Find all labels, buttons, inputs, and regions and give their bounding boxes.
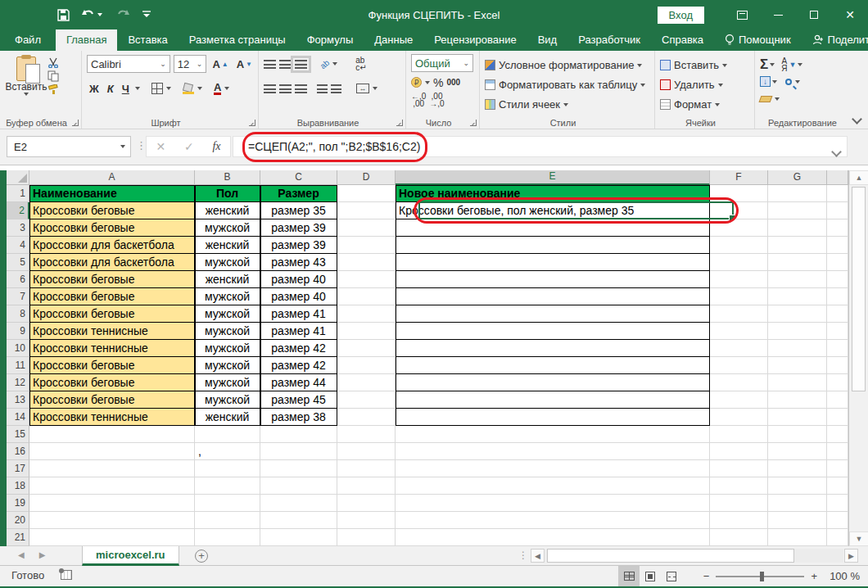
- scroll-left-icon[interactable]: ◀: [531, 549, 545, 563]
- cell-E5[interactable]: [396, 254, 710, 271]
- cell-B15[interactable]: [195, 426, 260, 443]
- cell-G9[interactable]: [768, 323, 827, 340]
- sign-in-button[interactable]: Вход: [658, 7, 704, 24]
- cell-F10[interactable]: [710, 340, 768, 357]
- cell-B6[interactable]: женский: [195, 271, 260, 288]
- cell-G10[interactable]: [768, 340, 827, 357]
- increase-indent-icon[interactable]: [331, 84, 341, 93]
- font-color-dropdown-icon[interactable]: [224, 87, 229, 90]
- cell-B3[interactable]: мужской: [195, 219, 260, 237]
- page-layout-view-button[interactable]: [640, 566, 661, 586]
- cell-B21[interactable]: [195, 529, 260, 546]
- conditional-formatting-button[interactable]: Условное форматирование: [499, 59, 634, 71]
- decrease-indent-icon[interactable]: [317, 84, 328, 93]
- cell-G11[interactable]: [768, 357, 827, 374]
- paste-button[interactable]: Вставить: [5, 54, 47, 96]
- cell-A9[interactable]: Кроссовки теннисные: [29, 323, 195, 340]
- formula-input[interactable]: =СЦЕП(A2;", пол ";B2;$B$16;C2): [233, 136, 848, 157]
- undo-dropdown-icon[interactable]: [97, 13, 102, 16]
- cell-E17[interactable]: [396, 460, 710, 477]
- cell-G12[interactable]: [768, 374, 827, 391]
- cell-A2[interactable]: Кроссовки беговые: [29, 202, 195, 219]
- cell-F19[interactable]: [710, 495, 768, 512]
- underline-button[interactable]: Ч: [120, 82, 132, 96]
- orientation-dropdown-icon[interactable]: [332, 62, 337, 66]
- name-box-dropdown-icon[interactable]: [120, 145, 125, 148]
- cell-H6[interactable]: [827, 271, 848, 288]
- cell-C20[interactable]: [260, 512, 337, 529]
- cell-C17[interactable]: [260, 460, 337, 477]
- cell-E13[interactable]: [396, 391, 710, 409]
- row-header-5[interactable]: 5: [7, 254, 29, 271]
- cell-A21[interactable]: [29, 529, 195, 546]
- cell-C11[interactable]: размер 42: [260, 357, 337, 374]
- cell-G8[interactable]: [768, 305, 827, 323]
- vertical-scroll-thumb[interactable]: [852, 187, 866, 391]
- cell-B14[interactable]: женский: [195, 409, 260, 426]
- cell-C9[interactable]: размер 41: [260, 323, 337, 340]
- cell-A20[interactable]: [29, 512, 195, 529]
- cell-F2[interactable]: [710, 202, 768, 219]
- increase-decimal-icon[interactable]: ←,0,00: [411, 93, 426, 107]
- cell-B2[interactable]: женский: [195, 202, 260, 219]
- cell-C12[interactable]: размер 44: [260, 374, 337, 391]
- cell-H20[interactable]: [827, 512, 848, 529]
- maximize-button[interactable]: [796, 0, 832, 29]
- cancel-entry-icon[interactable]: ✕: [156, 140, 165, 153]
- cell-D7[interactable]: [337, 288, 396, 305]
- cell-F13[interactable]: [710, 391, 768, 409]
- accounting-format-icon[interactable]: ₽: [411, 77, 422, 88]
- cell-A14[interactable]: Кроссовки теннисные: [29, 409, 195, 426]
- align-left-icon[interactable]: [264, 84, 276, 93]
- cell-C13[interactable]: размер 45: [260, 391, 337, 409]
- cell-F8[interactable]: [710, 305, 768, 323]
- sheet-nav-left-icon[interactable]: ◀: [18, 550, 25, 559]
- find-select-button[interactable]: [785, 79, 800, 85]
- cell-A5[interactable]: Кроссовки для баскетбола: [29, 254, 195, 271]
- cell-B16[interactable]: ,: [195, 443, 260, 460]
- decrease-decimal-icon[interactable]: ,00→,0: [429, 93, 444, 107]
- cell-B13[interactable]: мужской: [195, 391, 260, 409]
- cell-H15[interactable]: [827, 426, 848, 443]
- align-top-icon[interactable]: [264, 60, 276, 69]
- cell-H9[interactable]: [827, 323, 848, 340]
- cell-C16[interactable]: [260, 443, 337, 460]
- tab-вид[interactable]: Вид: [527, 29, 568, 51]
- row-header-18[interactable]: 18: [7, 477, 29, 495]
- cell-G2[interactable]: [768, 202, 827, 219]
- cell-C14[interactable]: размер 38: [260, 409, 337, 426]
- borders-dropdown-icon[interactable]: [166, 87, 171, 90]
- cell-E18[interactable]: [396, 477, 710, 495]
- cell-C8[interactable]: размер 41: [260, 305, 337, 323]
- cell-B17[interactable]: [195, 460, 260, 477]
- number-format-combo[interactable]: Общий⌄: [411, 54, 473, 72]
- merge-center-icon[interactable]: ↔: [356, 84, 369, 93]
- cell-F14[interactable]: [710, 409, 768, 426]
- comma-style-icon[interactable]: 000: [446, 78, 460, 87]
- column-header-F[interactable]: F: [710, 170, 768, 185]
- cell-E15[interactable]: [396, 426, 710, 443]
- cell-A8[interactable]: Кроссовки беговые: [29, 305, 195, 323]
- cell-E19[interactable]: [396, 495, 710, 512]
- cell-H2[interactable]: [827, 202, 848, 219]
- horizontal-scrollbar[interactable]: [545, 549, 843, 563]
- row-header-6[interactable]: 6: [7, 271, 29, 288]
- scroll-down-icon[interactable]: ▼: [849, 531, 868, 546]
- cell-B7[interactable]: мужской: [195, 288, 260, 305]
- row-header-7[interactable]: 7: [7, 288, 29, 305]
- cell-G13[interactable]: [768, 391, 827, 409]
- cell-A13[interactable]: Кроссовки беговые: [29, 391, 195, 409]
- cell-F6[interactable]: [710, 271, 768, 288]
- zoom-slider[interactable]: [716, 576, 804, 577]
- cell-D15[interactable]: [337, 426, 396, 443]
- cell-A19[interactable]: [29, 495, 195, 512]
- scroll-right-icon[interactable]: ▶: [844, 549, 858, 563]
- page-break-view-button[interactable]: [661, 566, 682, 586]
- row-header-21[interactable]: 21: [7, 529, 29, 546]
- macro-record-icon[interactable]: [61, 570, 72, 580]
- cell-F5[interactable]: [710, 254, 768, 271]
- cell-H14[interactable]: [827, 409, 848, 426]
- cell-A3[interactable]: Кроссовки беговые: [29, 219, 195, 237]
- column-header-partial[interactable]: [827, 170, 848, 185]
- tab-справка[interactable]: Справка: [651, 29, 714, 51]
